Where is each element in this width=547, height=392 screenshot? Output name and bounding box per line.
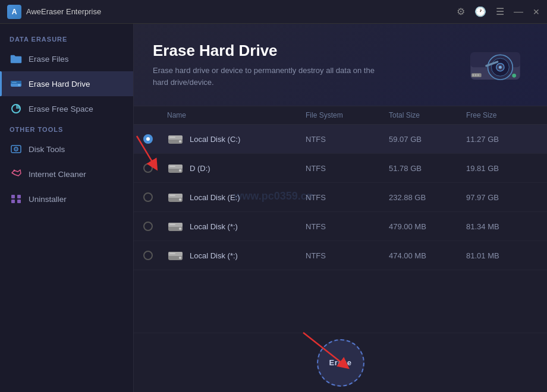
svg-rect-3 xyxy=(12,82,17,83)
table-header-row: Name File System Total Size Free Size xyxy=(134,106,547,125)
svg-rect-22 xyxy=(475,74,477,76)
app-icon: A xyxy=(7,5,21,19)
erase-button[interactable]: Erase xyxy=(317,339,364,387)
close-button[interactable]: ✕ xyxy=(533,7,540,17)
disk-name-3: Local Disk (*:) xyxy=(190,222,238,231)
disk-total-4: 474.00 MB xyxy=(389,251,466,260)
col-header-fs: File System xyxy=(306,111,389,119)
sidebar-item-erase-free-space[interactable]: Erase Free Space xyxy=(0,96,133,121)
table-row[interactable]: Local Disk (*:) NTFS 474.00 MB 81.01 MB xyxy=(134,241,547,270)
disk-total-1: 51.78 GB xyxy=(389,164,466,173)
svg-rect-10 xyxy=(17,195,21,198)
disk-table: Name File System Total Size Free Size Lo… xyxy=(134,106,547,333)
sidebar: DATA ERASURE Erase Files Erase Hard Driv… xyxy=(0,24,134,392)
title-bar: A AweEraser Enterprise ⚙ 🕐 ☰ — ✕ xyxy=(0,0,547,24)
table-row[interactable]: Local Disk (*:) NTFS 479.00 MB 81.34 MB xyxy=(134,212,547,241)
disk-cell-1: D (D:) xyxy=(167,160,306,176)
svg-rect-40 xyxy=(169,224,175,225)
svg-point-28 xyxy=(179,140,181,143)
radio-unchecked-1 xyxy=(143,163,153,173)
disk-cell-0: Local Disk (C:) xyxy=(167,131,306,147)
col-header-select xyxy=(143,111,167,119)
hero-title: Erase Hard Drive xyxy=(153,42,379,60)
col-header-name: Name xyxy=(167,111,306,119)
disk-free-2: 97.97 GB xyxy=(466,193,537,202)
hero-section: Erase Hard Drive Erase hard drive or dev… xyxy=(134,24,547,106)
svg-point-45 xyxy=(179,257,181,259)
sidebar-label-erase-free-space: Erase Free Space xyxy=(29,105,93,113)
section-label-data-erasure: DATA ERASURE xyxy=(0,31,133,46)
disk-total-3: 479.00 MB xyxy=(389,222,466,231)
title-bar-controls: ⚙ 🕐 ☰ — ✕ xyxy=(457,6,540,17)
app-title: AweEraser Enterprise xyxy=(26,7,101,16)
sidebar-item-disk-tools[interactable]: Disk Tools xyxy=(0,137,133,162)
title-bar-left: A AweEraser Enterprise xyxy=(7,5,101,19)
table-row[interactable]: Local Disk (E:) NTFS 232.88 GB 97.97 GB xyxy=(134,183,547,212)
sidebar-label-internet-cleaner: Internet Cleaner xyxy=(29,170,86,179)
svg-point-41 xyxy=(179,227,181,230)
internet-cleaner-icon xyxy=(10,167,23,181)
bottom-bar: Erase xyxy=(134,333,547,392)
svg-point-8 xyxy=(14,170,15,172)
svg-point-18 xyxy=(499,66,502,69)
disk-total-2: 232.88 GB xyxy=(389,193,466,202)
row-radio-2[interactable] xyxy=(143,192,167,202)
disk-free-1: 19.81 GB xyxy=(466,164,537,173)
svg-rect-27 xyxy=(169,137,175,138)
history-icon[interactable]: 🕐 xyxy=(474,6,486,17)
folder-icon xyxy=(10,52,23,65)
svg-rect-44 xyxy=(169,253,175,254)
disk-name-1: D (D:) xyxy=(190,164,210,173)
disk-drive-icon-4 xyxy=(167,247,184,264)
svg-point-32 xyxy=(179,169,181,172)
settings-icon[interactable]: ⚙ xyxy=(457,6,465,17)
hero-text: Erase Hard Drive Erase hard drive or dev… xyxy=(153,42,379,88)
minimize-button[interactable]: — xyxy=(514,7,523,17)
row-radio-3[interactable] xyxy=(143,222,167,231)
col-header-total: Total Size xyxy=(389,111,466,119)
hero-image xyxy=(463,38,528,91)
disk-cell-2: Local Disk (E:) xyxy=(167,189,306,206)
sidebar-label-disk-tools: Disk Tools xyxy=(29,145,65,154)
row-radio-1[interactable] xyxy=(143,163,167,173)
row-radio-0[interactable] xyxy=(143,134,167,144)
pie-icon xyxy=(10,102,23,115)
disk-free-3: 81.34 MB xyxy=(466,222,537,231)
svg-rect-31 xyxy=(169,166,175,167)
sidebar-item-internet-cleaner[interactable]: Internet Cleaner xyxy=(0,162,133,186)
sidebar-item-erase-files[interactable]: Erase Files xyxy=(0,46,133,71)
table-row[interactable]: Local Disk (C:) NTFS 59.07 GB 11.27 GB xyxy=(134,125,547,154)
svg-point-7 xyxy=(15,148,17,150)
main-layout: DATA ERASURE Erase Files Erase Hard Driv… xyxy=(0,24,547,392)
disk-name-2: Local Disk (E:) xyxy=(190,193,240,202)
svg-point-2 xyxy=(18,84,20,86)
sidebar-label-erase-hard-drive: Erase Hard Drive xyxy=(29,80,90,88)
hero-description: Erase hard drive or device to permanentl… xyxy=(153,65,379,88)
disk-fs-3: NTFS xyxy=(306,222,389,231)
section-label-other-tools: OTHER TOOLS xyxy=(0,121,133,137)
menu-icon[interactable]: ☰ xyxy=(496,6,504,17)
disk-free-0: 11.27 GB xyxy=(466,135,537,144)
disk-drive-icon-3 xyxy=(167,218,184,235)
sidebar-label-uninstaller: Uninstaller xyxy=(29,195,67,204)
disk-fs-2: NTFS xyxy=(306,193,389,202)
svg-rect-11 xyxy=(11,200,15,203)
svg-rect-21 xyxy=(473,74,474,76)
disk-drive-icon-1 xyxy=(167,160,184,176)
row-radio-4[interactable] xyxy=(143,251,167,260)
table-row[interactable]: D (D:) NTFS 51.78 GB 19.81 GB xyxy=(134,154,547,183)
radio-unchecked-4 xyxy=(143,251,153,260)
disk-free-4: 81.01 MB xyxy=(466,251,537,260)
svg-rect-36 xyxy=(169,195,175,196)
radio-unchecked-3 xyxy=(143,222,153,231)
col-header-free: Free Size xyxy=(466,111,537,119)
disk-fs-1: NTFS xyxy=(306,164,389,173)
disk-tools-icon xyxy=(10,143,23,156)
disk-drive-icon-2 xyxy=(167,189,184,206)
disk-total-0: 59.07 GB xyxy=(389,135,466,144)
sidebar-item-uninstaller[interactable]: Uninstaller xyxy=(0,186,133,211)
svg-rect-23 xyxy=(477,74,479,76)
disk-drive-icon-0 xyxy=(167,131,184,147)
sidebar-item-erase-hard-drive[interactable]: Erase Hard Drive xyxy=(0,71,133,96)
disk-name-0: Local Disk (C:) xyxy=(190,135,240,144)
